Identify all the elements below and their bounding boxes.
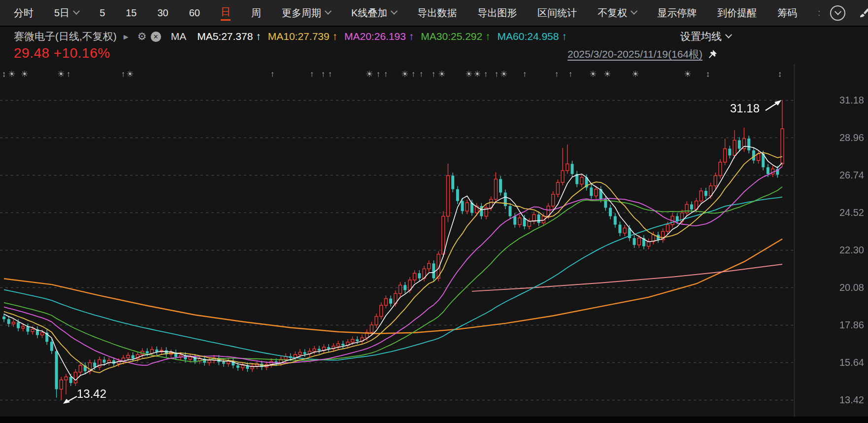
y-axis-label: 20.08 (829, 282, 864, 293)
event-marker-up-icon[interactable]: ↑ (416, 69, 426, 80)
y-axis-label: 28.96 (829, 132, 864, 143)
y-axis-label: 22.30 (829, 244, 864, 256)
candlestick-chart[interactable]: ↕☀☀☀↑↑☀↑↑↑↑☀↑↑☀↑↑↑☀☀☀↑↑☀↑↑↑☀☀☀☀↕↕ 31.182… (0, 64, 868, 417)
high-annotation: 31.18 (730, 102, 760, 115)
collapse-circle-icon[interactable] (830, 5, 845, 21)
y-axis-label: 15.64 (829, 356, 864, 368)
event-marker-up-icon[interactable]: ↑ (552, 69, 562, 80)
event-marker-sun-icon[interactable]: ☀ (588, 69, 598, 80)
toolbar-item-6[interactable]: 日 (221, 5, 231, 21)
event-marker-up-icon[interactable]: ↑ (381, 69, 391, 80)
high-annotation-arrow (763, 97, 785, 113)
chevron-down-icon (631, 8, 637, 15)
chart-header-row: 赛微电子(日线,不复权) ▶ ⚙ ✕ MA MA5:27.378 ↑MA10:2… (0, 28, 868, 45)
chevron-down-icon (391, 8, 398, 15)
price-row: 29.48 +10.16% 2025/3/20-2025/11/19(164根) (0, 44, 868, 63)
toolbar-item-10[interactable]: 导出数据 (417, 6, 457, 20)
stock-chart-app: 分时5日5153060日周更多周期K线叠加导出数据导出图形区间统计不复权显示停牌… (0, 0, 868, 423)
event-marker-up-icon[interactable]: ↑ (307, 69, 317, 80)
event-marker-sun-icon[interactable]: ☀ (437, 69, 447, 80)
toolbar-item-12[interactable]: 区间统计 (537, 6, 577, 20)
event-marker-sun-icon[interactable]: ☀ (7, 69, 17, 80)
y-axis-label: 31.18 (829, 94, 864, 106)
low-annotation: 13.42 (77, 387, 106, 401)
event-marker-updown-icon[interactable]: ↕ (703, 69, 713, 80)
toolbar-item-2[interactable]: 5 (100, 7, 105, 19)
event-marker-sun-icon[interactable]: ☀ (602, 69, 612, 80)
ma-value-0: MA5:27.378 ↑ (197, 31, 261, 42)
toolbar-item-15[interactable]: 到价提醒 (717, 6, 757, 20)
gear-icon[interactable]: ⚙ (137, 31, 147, 42)
ma-settings-label: 设置均线 (680, 30, 722, 43)
y-axis-label: 13.42 (829, 394, 864, 406)
toolbar: 分时5日5153060日周更多周期K线叠加导出数据导出图形区间统计不复权显示停牌… (0, 0, 868, 27)
date-range-control[interactable]: 2025/3/20-2025/11/19(164根) (568, 47, 717, 61)
event-marker-up-icon[interactable]: ↑ (267, 69, 277, 80)
close-indicator-icon[interactable]: ✕ (151, 32, 161, 42)
toolbar-divider-dots: : (818, 8, 820, 18)
event-marker-sun-icon[interactable]: ☀ (631, 69, 640, 80)
ma-value-2: MA20:26.193 ↑ (344, 31, 414, 42)
y-axis-label: 26.74 (829, 169, 864, 181)
event-marker-sun-icon[interactable]: ☀ (365, 69, 374, 80)
toolbar-period-items: 分时5日5153060日周更多周期K线叠加导出数据导出图形区间统计不复权显示停牌… (0, 5, 818, 21)
toolbar-item-11[interactable]: 导出图形 (477, 6, 517, 20)
ma-group-label: MA (171, 31, 187, 42)
ma-value-1: MA10:27.739 ↑ (268, 31, 337, 42)
y-axis-label: 24.52 (829, 207, 864, 218)
low-annotation-arrow (60, 393, 80, 406)
event-marker-sun-icon[interactable]: ☀ (20, 69, 30, 80)
ma-value-4: MA60:24.958 ↑ (498, 31, 567, 42)
toolbar-item-4[interactable]: 30 (158, 7, 168, 19)
y-axis-label: 17.86 (829, 319, 864, 331)
toolbar-item-1[interactable]: 5日 (54, 6, 79, 20)
chart-canvas[interactable] (0, 64, 868, 417)
event-marker-up-icon[interactable]: ↑ (325, 69, 335, 80)
event-marker-up-icon[interactable]: ↑ (481, 69, 491, 80)
toolbar-item-14[interactable]: 显示停牌 (657, 6, 697, 20)
chevron-down-icon (73, 8, 80, 15)
toolbar-item-13[interactable]: 不复权 (598, 6, 636, 20)
pane-divider (0, 417, 868, 423)
pin-icon[interactable] (707, 49, 717, 59)
toolbar-right: : (818, 5, 868, 21)
toolbar-item-7[interactable]: 周 (251, 6, 261, 20)
expand-triangle-icon[interactable]: ▶ (124, 33, 129, 40)
stock-title: 赛微电子(日线,不复权) (14, 30, 117, 43)
toolbar-item-8[interactable]: 更多周期 (282, 6, 331, 20)
event-marker-updown-icon[interactable]: ↕ (775, 69, 785, 80)
brush-icon[interactable] (858, 7, 868, 19)
toolbar-item-9[interactable]: K线叠加 (351, 6, 397, 20)
last-price-and-change: 29.48 +10.16% (14, 45, 110, 61)
event-marker-up-icon[interactable]: ↑ (520, 69, 530, 80)
ma-settings-button[interactable]: 设置均线 (680, 28, 731, 45)
event-marker-up-icon[interactable]: ↑ (64, 69, 73, 80)
toolbar-item-3[interactable]: 15 (126, 7, 136, 19)
toolbar-item-0[interactable]: 分时 (14, 6, 33, 20)
event-marker-up-icon[interactable]: ↑ (566, 69, 575, 80)
ma-values: MA5:27.378 ↑MA10:27.739 ↑MA20:26.193 ↑MA… (197, 31, 567, 42)
toolbar-item-5[interactable]: 60 (189, 7, 200, 19)
chevron-down-icon (325, 8, 332, 15)
event-marker-sun-icon[interactable]: ☀ (125, 69, 135, 80)
event-marker-sun-icon[interactable]: ☀ (499, 69, 509, 80)
ma-value-3: MA30:25.292 ↑ (421, 31, 490, 42)
chevron-down-icon (725, 32, 732, 38)
toolbar-item-16[interactable]: 筹码 (777, 6, 797, 20)
event-marker-sun-icon[interactable]: ☀ (683, 69, 693, 80)
date-range-text: 2025/3/20-2025/11/19(164根) (568, 47, 702, 61)
